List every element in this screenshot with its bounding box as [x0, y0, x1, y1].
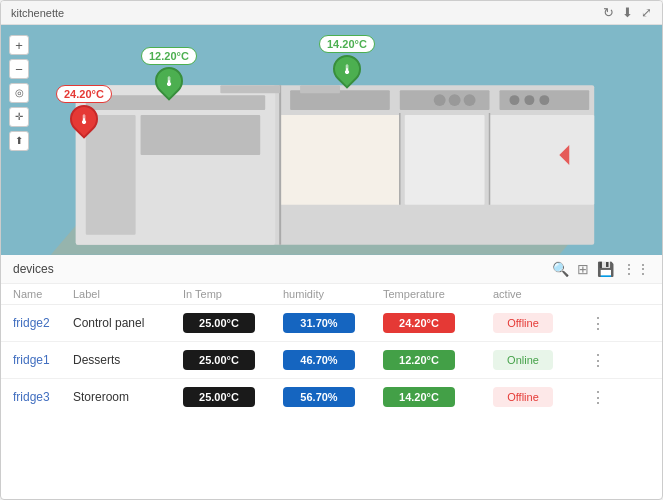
temp-badge-fridge3: 14.20°C [319, 35, 375, 53]
pin-fridge2: 🌡 [64, 99, 104, 139]
svg-point-15 [464, 94, 476, 106]
refresh-icon[interactable]: ↻ [603, 5, 614, 20]
temp-marker-fridge2[interactable]: 24.20°C 🌡 [56, 85, 112, 133]
table-row: fridge3 Storeroom 25.00°C 56.70% 14.20°C… [1, 379, 662, 415]
map-section: + − ◎ ✛ ⬆ 24.20°C 🌡 12.20°C 🌡 14.20°C 🌡 [1, 25, 662, 255]
device-label-fridge3: Storeroom [73, 390, 183, 404]
col-name: Name [13, 288, 73, 300]
grid-icon[interactable]: ⊞ [577, 261, 589, 277]
col-active: active [493, 288, 583, 300]
zoom-out-button[interactable]: − [9, 59, 29, 79]
map-controls: + − ◎ ✛ ⬆ [9, 35, 29, 151]
table-body: fridge2 Control panel 25.00°C 31.70% 24.… [1, 305, 662, 499]
pin-fridge1: 🌡 [149, 61, 189, 101]
locate-button[interactable]: ◎ [9, 83, 29, 103]
status-badge-fridge2: Offline [493, 313, 553, 333]
download-icon[interactable]: ⬇ [622, 5, 633, 20]
zoom-in-button[interactable]: + [9, 35, 29, 55]
device-name-fridge3[interactable]: fridge3 [13, 390, 73, 404]
svg-rect-7 [86, 95, 265, 110]
temp-badge-fridge1: 12.20°C [141, 47, 197, 65]
devices-header: devices 🔍 ⊞ 💾 ⋮⋮ [1, 255, 662, 284]
temp-badge-val-fridge3: 14.20°C [383, 387, 455, 407]
device-label-fridge1: Desserts [73, 353, 183, 367]
svg-point-16 [509, 95, 519, 105]
humidity-badge-fridge2: 31.70% [283, 313, 355, 333]
svg-rect-8 [86, 115, 136, 235]
svg-rect-24 [300, 85, 340, 93]
title-bar-icons: ↻ ⬇ ⤢ [603, 5, 652, 20]
col-label: Label [73, 288, 183, 300]
svg-rect-10 [290, 90, 390, 110]
devices-header-icons: 🔍 ⊞ 💾 ⋮⋮ [552, 261, 650, 277]
svg-rect-6 [490, 115, 595, 205]
intemp-badge-fridge1: 25.00°C [183, 350, 255, 370]
col-actions [583, 288, 613, 300]
temp-marker-fridge1[interactable]: 12.20°C 🌡 [141, 47, 197, 95]
table-row: fridge1 Desserts 25.00°C 46.70% 12.20°C … [1, 342, 662, 379]
col-intemp: In Temp [183, 288, 283, 300]
expand-icon[interactable]: ⤢ [641, 5, 652, 20]
svg-point-18 [539, 95, 549, 105]
columns-icon[interactable]: ⋮⋮ [622, 261, 650, 277]
device-name-fridge2[interactable]: fridge2 [13, 316, 73, 330]
temp-badge-fridge2: 24.20°C [56, 85, 112, 103]
more-menu-fridge2[interactable]: ⋮ [583, 314, 613, 333]
svg-rect-4 [280, 115, 400, 205]
devices-title: devices [13, 262, 54, 276]
humidity-badge-fridge3: 56.70% [283, 387, 355, 407]
svg-point-17 [524, 95, 534, 105]
intemp-badge-fridge3: 25.00°C [183, 387, 255, 407]
temp-marker-fridge3[interactable]: 14.20°C 🌡 [319, 35, 375, 83]
devices-section: devices 🔍 ⊞ 💾 ⋮⋮ Name Label In Temp humi… [1, 255, 662, 499]
save-icon[interactable]: 💾 [597, 261, 614, 277]
pin-fridge3: 🌡 [327, 49, 367, 89]
status-badge-fridge1: Online [493, 350, 553, 370]
table-header: Name Label In Temp humidity Temperature … [1, 284, 662, 305]
col-temperature: Temperature [383, 288, 493, 300]
title-bar: kitchenette ↻ ⬇ ⤢ [1, 1, 662, 25]
window-title: kitchenette [11, 7, 64, 19]
more-menu-fridge3[interactable]: ⋮ [583, 388, 613, 407]
temp-badge-val-fridge1: 12.20°C [383, 350, 455, 370]
col-humidity: humidity [283, 288, 383, 300]
search-icon[interactable]: 🔍 [552, 261, 569, 277]
svg-rect-23 [220, 85, 280, 93]
device-name-fridge1[interactable]: fridge1 [13, 353, 73, 367]
device-label-fridge2: Control panel [73, 316, 183, 330]
svg-rect-9 [141, 115, 261, 155]
upload-button[interactable]: ⬆ [9, 131, 29, 151]
app-window: kitchenette ↻ ⬇ ⤢ [0, 0, 663, 500]
svg-point-14 [449, 94, 461, 106]
more-menu-fridge1[interactable]: ⋮ [583, 351, 613, 370]
table-row: fridge2 Control panel 25.00°C 31.70% 24.… [1, 305, 662, 342]
move-button[interactable]: ✛ [9, 107, 29, 127]
svg-rect-5 [405, 115, 485, 205]
humidity-badge-fridge1: 46.70% [283, 350, 355, 370]
status-badge-fridge3: Offline [493, 387, 553, 407]
svg-point-13 [434, 94, 446, 106]
temp-badge-val-fridge2: 24.20°C [383, 313, 455, 333]
intemp-badge-fridge2: 25.00°C [183, 313, 255, 333]
